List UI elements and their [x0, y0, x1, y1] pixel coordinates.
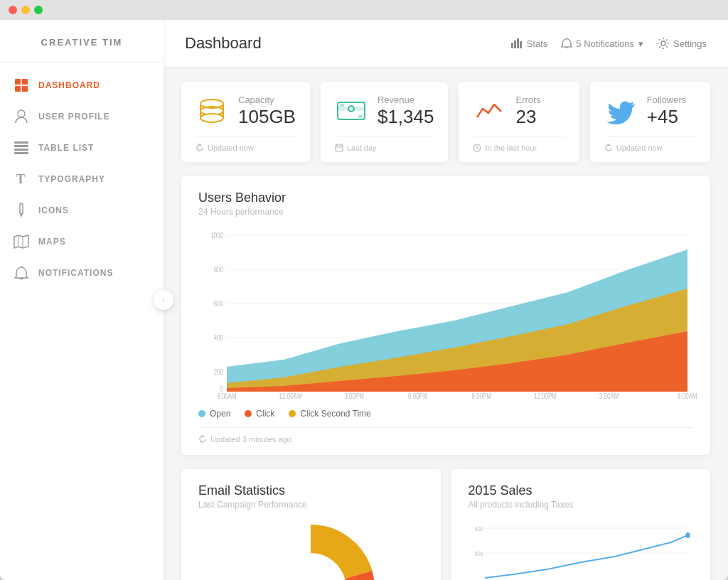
- errors-value: 23: [515, 107, 564, 127]
- chart-legend: Open Click Click Second Time: [198, 409, 693, 419]
- svg-rect-10: [20, 203, 23, 214]
- svg-rect-7: [14, 149, 28, 151]
- chart-subtitle: 24 Hours performance: [198, 207, 693, 217]
- email-stats-chart: [198, 521, 424, 580]
- chart-footer: Updated 3 minutes ago: [198, 427, 693, 444]
- svg-text:1000: 1000: [210, 232, 223, 240]
- sidebar-item-icons[interactable]: ICONS: [0, 195, 164, 226]
- svg-text:800: 800: [214, 266, 223, 274]
- table-icon: [14, 141, 28, 155]
- followers-value: +45: [647, 107, 696, 127]
- sidebar-item-maps[interactable]: MAPS: [0, 226, 164, 257]
- sidebar-item-maps-label: MAPS: [38, 237, 66, 247]
- capacity-footer: Updated now: [196, 136, 296, 152]
- svg-line-37: [477, 148, 479, 149]
- svg-rect-16: [514, 41, 516, 48]
- stat-card-followers: Followers +45 Updated now: [590, 82, 710, 162]
- sales-title: 2015 Sales: [469, 483, 694, 498]
- settings-gear-icon: [658, 38, 669, 49]
- calendar-icon: [335, 144, 343, 152]
- notifications-button[interactable]: 5 Notifications ▾: [562, 38, 643, 49]
- svg-rect-8: [14, 152, 28, 154]
- twitter-icon: [604, 95, 637, 127]
- svg-rect-27: [338, 107, 365, 111]
- svg-text:900: 900: [474, 525, 483, 532]
- legend-click-label: Click: [256, 409, 274, 419]
- refresh-icon-2: [604, 144, 613, 152]
- sidebar-brand: CREATIVE TIM: [0, 20, 164, 63]
- revenue-icon: [335, 95, 368, 127]
- sidebar-item-typography[interactable]: T TYPOGRAPHY: [0, 163, 164, 195]
- sidebar-nav: DASHBOARD USER PROFILE: [0, 63, 164, 580]
- svg-marker-11: [20, 214, 23, 218]
- svg-text:12:00AM: 12:00AM: [279, 392, 302, 400]
- svg-rect-15: [511, 43, 513, 48]
- minimize-button[interactable]: [21, 6, 30, 14]
- sidebar-collapse-button[interactable]: ‹: [154, 290, 173, 310]
- svg-point-22: [200, 114, 223, 122]
- svg-rect-6: [14, 145, 28, 147]
- stats-label: Stats: [527, 38, 548, 49]
- svg-rect-5: [14, 141, 28, 144]
- svg-text:9:00AM: 9:00AM: [217, 392, 237, 400]
- sidebar-item-table-list-label: TABLE LIST: [38, 143, 94, 153]
- refresh-icon-3: [198, 435, 207, 444]
- sidebar-item-user-profile[interactable]: USER PROFILE: [0, 101, 164, 132]
- sidebar-item-notifications[interactable]: NOTIFICATIONS: [0, 257, 164, 289]
- svg-marker-12: [14, 235, 28, 248]
- sidebar-item-user-profile-label: USER PROFILE: [38, 112, 110, 122]
- notifications-dropdown-icon: ▾: [638, 38, 643, 49]
- svg-text:6:00AM: 6:00AM: [678, 392, 697, 400]
- svg-point-62: [261, 539, 360, 580]
- sidebar-item-icons-label: ICONS: [38, 205, 69, 215]
- stats-icon: [511, 38, 523, 48]
- chart-footer-text: Updated 3 minutes ago: [210, 435, 291, 444]
- svg-rect-18: [520, 41, 522, 48]
- revenue-label: Revenue: [378, 95, 434, 105]
- svg-rect-2: [15, 86, 21, 92]
- sales-chart: 900 800: [469, 521, 694, 580]
- chart-title: Users Behavior: [198, 190, 693, 205]
- email-stats-subtitle: Last Campaign Performance: [198, 500, 424, 510]
- capacity-icon: [196, 95, 228, 127]
- maximize-button[interactable]: [34, 6, 43, 14]
- capacity-value: 105GB: [238, 107, 296, 127]
- svg-marker-38: [606, 144, 611, 146]
- sidebar: CREATIVE TIM DASHBOARD: [0, 20, 164, 580]
- svg-rect-30: [358, 115, 363, 118]
- svg-rect-0: [15, 79, 21, 85]
- user-icon: [14, 109, 28, 124]
- svg-text:12:00PM: 12:00PM: [534, 392, 557, 400]
- bell-icon: [14, 266, 28, 280]
- notification-bell-icon: [562, 38, 572, 49]
- sidebar-item-table-list[interactable]: TABLE LIST: [0, 132, 164, 163]
- map-icon: [14, 235, 28, 249]
- revenue-value: $1,345: [378, 107, 434, 127]
- stats-button[interactable]: Stats: [511, 38, 548, 49]
- svg-text:200: 200: [214, 368, 223, 376]
- pencil-icon: [14, 203, 28, 218]
- email-stats-title: Email Statistics: [198, 483, 424, 498]
- followers-footer: Updated now: [604, 136, 696, 152]
- close-button[interactable]: [9, 6, 17, 14]
- refresh-icon: [196, 144, 204, 152]
- legend-click-second-dot: [289, 410, 296, 417]
- notifications-label: 5 Notifications: [576, 38, 634, 49]
- app-window: CREATIVE TIM DASHBOARD: [0, 0, 728, 580]
- sidebar-item-dashboard[interactable]: DASHBOARD: [0, 70, 164, 101]
- legend-click: Click: [245, 409, 274, 419]
- svg-text:9:00PM: 9:00PM: [472, 392, 492, 400]
- svg-text:3:00AM: 3:00AM: [599, 392, 619, 400]
- sidebar-item-notifications-label: NOTIFICATIONS: [38, 268, 113, 278]
- svg-rect-1: [22, 79, 28, 85]
- stat-card-revenue: Revenue $1,345 Last day: [321, 82, 449, 162]
- chart-svg-area: 1000 800 600 400 200 0: [198, 228, 693, 399]
- content-area: Capacity 105GB Updated now: [164, 68, 728, 580]
- legend-click-second: Click Second Time: [289, 409, 370, 419]
- stats-row: Capacity 105GB Updated now: [181, 82, 710, 162]
- dashboard-icon: [14, 78, 28, 92]
- topbar: Dashboard Stats: [164, 20, 728, 68]
- settings-button[interactable]: Settings: [658, 38, 707, 49]
- legend-open-dot: [198, 410, 205, 417]
- svg-point-69: [685, 532, 690, 538]
